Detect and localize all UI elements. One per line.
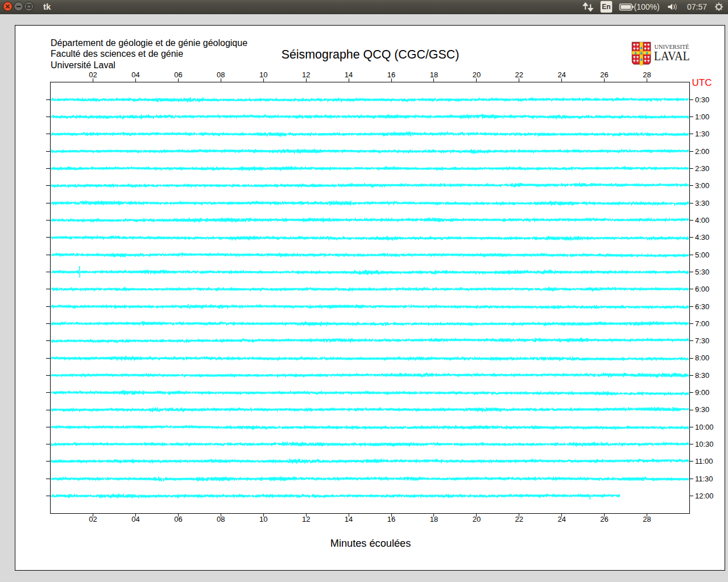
svg-text:12: 12 bbox=[302, 515, 310, 523]
svg-text:7:00: 7:00 bbox=[695, 319, 709, 328]
svg-text:5:30: 5:30 bbox=[695, 268, 709, 276]
svg-text:0:30: 0:30 bbox=[695, 95, 709, 104]
svg-text:tk: tk bbox=[43, 2, 51, 11]
svg-text:9:00: 9:00 bbox=[695, 388, 709, 397]
svg-text:24: 24 bbox=[557, 515, 565, 523]
svg-text:8:30: 8:30 bbox=[695, 371, 709, 380]
svg-text:11:00: 11:00 bbox=[695, 457, 713, 465]
svg-text:1:00: 1:00 bbox=[695, 113, 709, 121]
svg-text:10:30: 10:30 bbox=[695, 440, 714, 448]
svg-text:(100%): (100%) bbox=[634, 2, 660, 11]
svg-text:14: 14 bbox=[345, 515, 353, 523]
svg-text:06: 06 bbox=[174, 515, 182, 523]
svg-text:6:00: 6:00 bbox=[695, 285, 709, 293]
svg-text:2:00: 2:00 bbox=[695, 147, 709, 156]
svg-text:18: 18 bbox=[430, 515, 438, 523]
svg-text:10:00: 10:00 bbox=[695, 423, 714, 431]
svg-text:10: 10 bbox=[259, 515, 267, 523]
svg-text:1:30: 1:30 bbox=[695, 130, 709, 138]
svg-text:28: 28 bbox=[643, 515, 651, 523]
svg-text:5:00: 5:00 bbox=[695, 251, 709, 259]
svg-text:4:00: 4:00 bbox=[695, 216, 709, 225]
svg-text:28: 28 bbox=[643, 70, 651, 79]
svg-text:06: 06 bbox=[174, 70, 182, 79]
svg-text:11:30: 11:30 bbox=[695, 475, 713, 483]
svg-text:16: 16 bbox=[387, 515, 395, 523]
svg-text:04: 04 bbox=[131, 515, 139, 523]
svg-text:12:00: 12:00 bbox=[695, 492, 714, 500]
svg-text:12: 12 bbox=[302, 70, 310, 79]
svg-text:UTC: UTC bbox=[692, 77, 712, 88]
svg-text:3:30: 3:30 bbox=[695, 199, 709, 207]
svg-text:08: 08 bbox=[217, 70, 225, 79]
svg-text:08: 08 bbox=[217, 515, 225, 523]
svg-text:20: 20 bbox=[473, 70, 481, 79]
svg-text:18: 18 bbox=[430, 70, 438, 79]
svg-text:26: 26 bbox=[600, 70, 608, 79]
svg-text:3:00: 3:00 bbox=[695, 181, 709, 190]
svg-text:4:30: 4:30 bbox=[695, 233, 709, 242]
svg-text:02: 02 bbox=[89, 70, 97, 79]
svg-text:14: 14 bbox=[345, 70, 353, 79]
svg-text:En: En bbox=[602, 3, 610, 11]
svg-text:02: 02 bbox=[89, 515, 97, 523]
svg-text:24: 24 bbox=[557, 70, 565, 79]
svg-text:22: 22 bbox=[515, 515, 523, 523]
svg-text:7:30: 7:30 bbox=[695, 336, 709, 345]
svg-text:2:30: 2:30 bbox=[695, 164, 709, 173]
svg-text:04: 04 bbox=[131, 70, 139, 79]
svg-text:6:30: 6:30 bbox=[695, 302, 709, 311]
svg-text:8:00: 8:00 bbox=[695, 354, 709, 362]
svg-text:20: 20 bbox=[473, 515, 481, 523]
svg-text:07:57: 07:57 bbox=[687, 2, 707, 11]
svg-text:10: 10 bbox=[259, 70, 267, 79]
svg-text:26: 26 bbox=[600, 515, 608, 523]
svg-text:LAVAL: LAVAL bbox=[654, 48, 690, 63]
svg-text:9:30: 9:30 bbox=[695, 405, 709, 414]
svg-text:16: 16 bbox=[387, 70, 395, 79]
svg-text:22: 22 bbox=[515, 70, 523, 79]
